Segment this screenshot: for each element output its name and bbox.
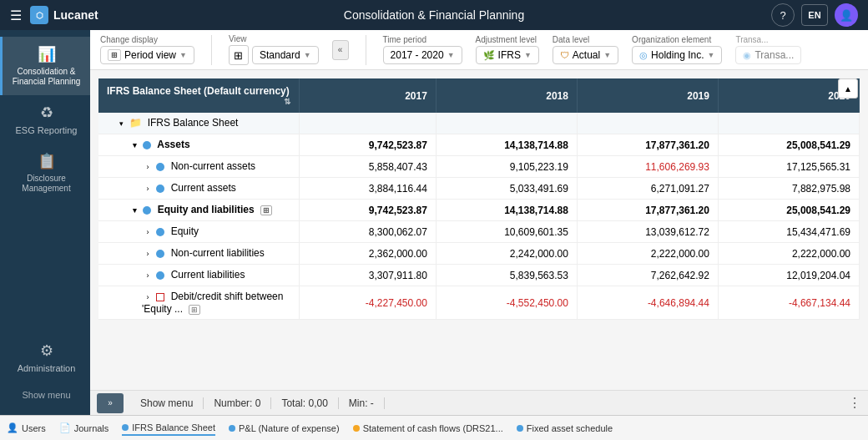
row-2020: 25,008,541.29 xyxy=(718,134,859,156)
sidebar-item-disclosure[interactable]: 📋 Disclosure Management xyxy=(0,144,90,202)
sidebar-item-esg-label: ESG Reporting xyxy=(16,125,78,135)
user-avatar-button[interactable]: 👤 xyxy=(835,3,858,27)
sidebar-item-administration[interactable]: ⚙ Administration xyxy=(0,333,90,382)
total-status: Total: 0,00 xyxy=(271,397,338,409)
tab-users[interactable]: 👤 Users xyxy=(7,421,46,435)
extra-icon[interactable]: ⊞ xyxy=(260,205,272,215)
row-label-cell: › Debit/credit shift between 'Equity ...… xyxy=(98,286,299,320)
expand-icon[interactable]: › xyxy=(142,248,154,260)
table-row: ▾ Equity and liabilities ⊞ 9,742,523.87 … xyxy=(98,200,860,221)
change-display-label: Change display xyxy=(100,35,194,44)
sidebar-item-consolidation[interactable]: 📊 Consolidation & Financial Planning xyxy=(0,37,90,95)
transaction-dropdown[interactable]: ◉ Transa... xyxy=(735,46,801,64)
row-2017: 3,307,911.80 xyxy=(299,265,436,286)
expand-icon[interactable]: › xyxy=(142,183,154,195)
status-expand-button[interactable]: » xyxy=(97,393,124,413)
expand-icon[interactable]: ▾ xyxy=(115,118,127,129)
adjustment-level-arrow: ▼ xyxy=(524,51,532,59)
sidebar-item-administration-label: Administration xyxy=(18,363,76,373)
table-row: › Non-current liabilities 2,362,000.00 2… xyxy=(98,243,860,265)
menu-icon[interactable]: ☰ xyxy=(10,8,22,23)
cashflows-dot xyxy=(353,425,360,432)
row-2018: 2,242,000.00 xyxy=(436,243,577,265)
tab-pl-nature[interactable]: P&L (Nature of expense) xyxy=(229,422,340,435)
row-label-cell: › Non-current liabilities xyxy=(98,243,299,265)
view-dropdown[interactable]: Standard ▼ xyxy=(252,46,319,64)
row-2019: 6,271,091.27 xyxy=(577,178,718,200)
row-2017: 3,884,116.44 xyxy=(299,178,436,200)
view-control: ⊞ Standard ▼ xyxy=(229,45,319,65)
row-2019: 2,222,000.00 xyxy=(577,243,718,265)
tab-statement-cashflows[interactable]: Statement of cash flows (DRS21... xyxy=(353,422,503,435)
row-2020: 2,222,000.00 xyxy=(718,243,859,265)
org-element-dropdown[interactable]: ◎ Holding Inc. ▼ xyxy=(632,46,722,64)
tab-ifrs-balance[interactable]: IFRS Balance Sheet xyxy=(122,421,215,436)
row-label-cell: › Non-current assets xyxy=(98,156,299,178)
time-period-arrow: ▼ xyxy=(447,51,455,59)
filter-icon[interactable]: ⇅ xyxy=(284,97,290,106)
adjustment-level-value: IFRS xyxy=(498,49,521,61)
table-container[interactable]: ▲ IFRS Balance Sheet (Default currency) … xyxy=(90,70,868,390)
language-button[interactable]: EN xyxy=(801,4,828,26)
logo-text: Lucanet xyxy=(53,8,98,22)
time-period-dropdown[interactable]: 2017 - 2020 ▼ xyxy=(383,46,462,64)
help-button[interactable]: ? xyxy=(771,3,795,27)
row-label: Current liabilities xyxy=(171,269,245,281)
scroll-top-button[interactable]: ▲ xyxy=(838,78,858,99)
expand-icon[interactable]: › xyxy=(142,291,154,303)
period-view-arrow: ▼ xyxy=(179,51,187,59)
row-label-cell: ▾ 📁 IFRS Balance Sheet xyxy=(98,113,299,134)
view-icon-btn[interactable]: ⊞ xyxy=(229,45,249,65)
sidebar-spacer xyxy=(0,202,90,333)
row-2020: 12,019,204.04 xyxy=(718,265,859,286)
show-menu-button[interactable]: Show menu xyxy=(0,382,90,408)
expand-icon[interactable]: › xyxy=(142,226,154,238)
tab-journals-label: Journals xyxy=(74,423,109,433)
org-element-value: Holding Inc. xyxy=(651,49,704,61)
row-2019 xyxy=(577,113,718,134)
data-level-section: Data level 🛡 Actual ▼ xyxy=(553,35,618,64)
expand-icon[interactable]: › xyxy=(142,161,154,173)
change-display-control: ⊞ Period view ▼ xyxy=(100,46,194,64)
row-2018: 10,609,601.35 xyxy=(436,221,577,243)
number-label: Number: xyxy=(214,397,252,409)
sidebar-item-esg[interactable]: ♻ ESG Reporting xyxy=(0,95,90,144)
row-label-cell: › Current liabilities xyxy=(98,265,299,286)
show-menu-status[interactable]: Show menu xyxy=(130,397,204,409)
row-2017: 9,742,523.87 xyxy=(299,200,436,221)
row-2017 xyxy=(299,113,436,134)
time-period-value: 2017 - 2020 xyxy=(391,49,444,61)
folder-icon: 📁 xyxy=(129,117,142,129)
row-label-cell: ▾ Assets xyxy=(98,134,299,156)
tab-journals[interactable]: 📄 Journals xyxy=(59,421,109,435)
col-2018: 2018 xyxy=(436,78,577,113)
row-2018: 14,138,714.88 xyxy=(436,200,577,221)
adjustment-level-section: Adjustment level 🌿 IFRS ▼ xyxy=(476,35,539,64)
row-2019: 13,039,612.72 xyxy=(577,221,718,243)
expand-icon[interactable]: › xyxy=(142,270,154,281)
tab-cashflows-label: Statement of cash flows (DRS21... xyxy=(363,423,503,433)
dot-icon xyxy=(156,250,164,258)
consolidation-icon: 📊 xyxy=(38,45,56,63)
data-level-value: Actual xyxy=(573,49,600,61)
expand-icon[interactable]: ▾ xyxy=(129,139,140,151)
collapse-button[interactable]: « xyxy=(332,40,349,60)
dot-icon xyxy=(156,185,164,193)
tab-fixed-asset[interactable]: Fixed asset schedule xyxy=(517,422,613,435)
period-view-dropdown[interactable]: ⊞ Period view ▼ xyxy=(100,46,194,64)
more-options-icon[interactable]: ⋮ xyxy=(848,395,861,411)
data-level-dropdown[interactable]: 🛡 Actual ▼ xyxy=(553,46,618,64)
extra-icon-2[interactable]: ⊞ xyxy=(189,305,200,315)
transaction-section: Transa... ◉ Transa... xyxy=(735,35,801,64)
adjustment-level-dropdown[interactable]: 🌿 IFRS ▼ xyxy=(476,46,539,64)
change-display-section: Change display ⊞ Period view ▼ xyxy=(100,35,194,64)
page-title: Consolidation & Financial Planning xyxy=(344,8,524,22)
table-header-title: IFRS Balance Sheet (Default currency) xyxy=(107,85,290,97)
square-red-icon xyxy=(156,293,164,301)
data-level-icon: 🛡 xyxy=(560,50,569,60)
view-label: View xyxy=(229,34,319,43)
expand-icon[interactable]: ▾ xyxy=(129,205,140,216)
row-label: Current assets xyxy=(171,182,236,194)
row-2017: -4,227,450.00 xyxy=(299,286,436,320)
dot-icon xyxy=(143,141,151,149)
